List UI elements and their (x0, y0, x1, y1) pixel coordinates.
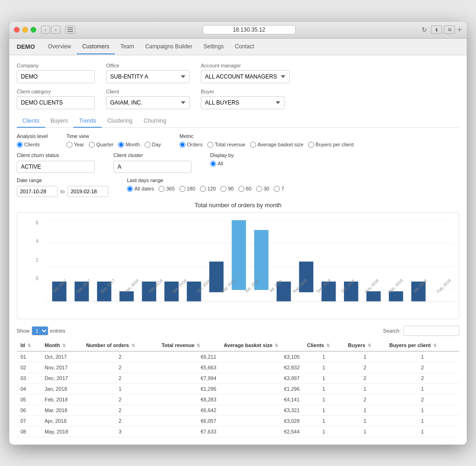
close-button[interactable] (14, 27, 20, 33)
cell-buyers-per-client: 2 (385, 394, 459, 405)
churn-input[interactable] (17, 161, 95, 173)
cell-basket: €4,141 (220, 394, 303, 405)
url-display[interactable]: 18.130.35.12 (203, 25, 296, 34)
col-month[interactable]: Month ⇅ (41, 340, 82, 351)
cell-month: Apr, 2018 (41, 415, 82, 426)
cell-buyers-per-client: 1 (385, 426, 459, 437)
col-buyers-per-client[interactable]: Buyers per client ⇅ (385, 340, 459, 351)
cell-basket: €3,997 (220, 373, 303, 383)
metric-basket-option[interactable]: Average basket size (250, 142, 304, 148)
days-365-option[interactable]: 365 (159, 186, 174, 192)
options-row-2: Client churn status Client cluster Displ… (17, 152, 459, 173)
display-all-option[interactable]: All (210, 161, 223, 167)
nav-tab-contact[interactable]: Contact (229, 39, 259, 54)
tab-buyers[interactable]: Buyers (45, 115, 73, 128)
cluster-input[interactable] (113, 161, 192, 173)
cell-clients: 1 (304, 362, 344, 373)
date-to-input[interactable] (67, 186, 108, 197)
duplicate-button[interactable]: ⧉ (444, 26, 455, 34)
cell-orders: 3 (82, 426, 158, 437)
table-row: 03 Dec, 2017 2 €7,994 €3,997 1 2 2 (17, 373, 459, 383)
main-content: Company Office SUB-ENTITY A Account mana… (9, 55, 467, 445)
company-filter: Company (17, 63, 95, 83)
days-all-option[interactable]: All dates (127, 186, 154, 192)
new-tab-button[interactable]: + (457, 25, 462, 35)
date-from-input[interactable] (17, 186, 58, 197)
cell-id: 07 (17, 415, 41, 426)
table-controls: Show 10 25 50 entries Search: (17, 326, 459, 336)
time-quarter-option[interactable]: Quarter (89, 142, 113, 148)
col-revenue[interactable]: Total revenue ⇅ (158, 340, 220, 351)
days-180-option[interactable]: 180 (179, 186, 195, 192)
days-30-option[interactable]: 30 (256, 186, 269, 192)
buyer-select[interactable]: ALL BUYERS (201, 96, 284, 109)
tab-trends[interactable]: Trends (73, 115, 102, 128)
options-row-1: Analysis level Clients Time view Year Qu… (17, 133, 459, 148)
table-row: 05 Feb, 2018 2 €8,283 €4,141 1 2 2 (17, 394, 459, 405)
nav-tab-team[interactable]: Team (115, 39, 139, 54)
analysis-level-options: Clients (17, 142, 48, 148)
sort-icon-orders: ⇅ (132, 343, 135, 348)
tab-clustering[interactable]: Clustering (102, 115, 138, 128)
analysis-clients-option[interactable]: Clients (17, 142, 40, 148)
cell-revenue: €8,283 (158, 394, 220, 405)
sidebar-button[interactable] (65, 26, 75, 34)
cell-orders: 2 (82, 415, 158, 426)
back-button[interactable]: ‹ (41, 26, 50, 34)
metric-buyers-option[interactable]: Buyers per client (308, 142, 354, 148)
time-year-option[interactable]: Year (66, 142, 84, 148)
tab-clients[interactable]: Clients (17, 115, 45, 128)
col-clients[interactable]: Clients ⇅ (304, 340, 344, 351)
search-input[interactable] (403, 326, 459, 336)
reload-button[interactable]: ↻ (422, 26, 427, 33)
cell-clients: 1 (304, 351, 344, 362)
client-category-input[interactable] (17, 96, 95, 109)
metric-options: Orders Total revenue Average basket size… (179, 142, 353, 148)
entries-select[interactable]: 10 25 50 (32, 326, 48, 335)
time-view-options: Year Quarter Month Day (66, 142, 161, 148)
cell-buyers-per-client: 1 (385, 415, 459, 426)
cell-orders: 2 (82, 394, 158, 405)
office-select[interactable]: SUB-ENTITY A (106, 70, 190, 83)
company-label: Company (17, 63, 95, 68)
cell-basket: €1,296 (220, 383, 303, 394)
sort-icon-id: ⇅ (27, 343, 31, 348)
date-range-group: Date range to (17, 177, 108, 197)
days-120-option[interactable]: 120 (200, 186, 216, 192)
days-7-option[interactable]: 7 (274, 186, 284, 192)
account-manager-select[interactable]: ALL ACCOUNT MANAGERS (201, 70, 290, 83)
cell-buyers: 2 (344, 394, 386, 405)
days-90-option[interactable]: 90 (220, 186, 233, 192)
cell-id: 08 (17, 426, 41, 437)
metric-orders-option[interactable]: Orders (179, 142, 203, 148)
nav-tab-campaigns[interactable]: Campaigns Builder (139, 39, 198, 54)
cell-month: Mar, 2018 (41, 405, 82, 415)
display-by-options: All (210, 161, 234, 167)
cell-revenue: €7,633 (158, 426, 220, 437)
nav-tab-overview[interactable]: Overview (42, 39, 77, 54)
cell-revenue: €1,296 (158, 383, 220, 394)
col-id[interactable]: Id ⇅ (17, 340, 41, 351)
client-select[interactable]: GAIAM, INC. (106, 96, 190, 109)
nav-tab-settings[interactable]: Settings (198, 39, 229, 54)
time-month-option[interactable]: Month (118, 142, 140, 148)
chart-container: 6 4 2 0 (17, 212, 459, 319)
col-orders[interactable]: Number of orders ⇅ (82, 340, 158, 351)
company-input[interactable] (17, 70, 95, 83)
days-60-option[interactable]: 60 (238, 186, 251, 192)
minimize-button[interactable] (22, 27, 28, 33)
share-button[interactable]: ⬆ (431, 26, 442, 34)
tab-churning[interactable]: Churning (138, 115, 172, 128)
maximize-button[interactable] (31, 27, 36, 33)
metric-revenue-option[interactable]: Total revenue (207, 142, 245, 148)
forward-button[interactable]: › (51, 26, 60, 34)
cell-buyers-per-client: 1 (385, 405, 459, 415)
col-buyers[interactable]: Buyers ⇅ (344, 340, 386, 351)
nav-tab-customers[interactable]: Customers (77, 39, 115, 54)
client-category-filter: Client category (17, 89, 95, 109)
cell-clients: 1 (304, 405, 344, 415)
col-basket[interactable]: Average basket size ⇅ (220, 340, 303, 351)
cell-clients: 1 (304, 426, 344, 437)
time-day-option[interactable]: Day (145, 142, 161, 148)
cell-buyers: 1 (344, 383, 386, 394)
